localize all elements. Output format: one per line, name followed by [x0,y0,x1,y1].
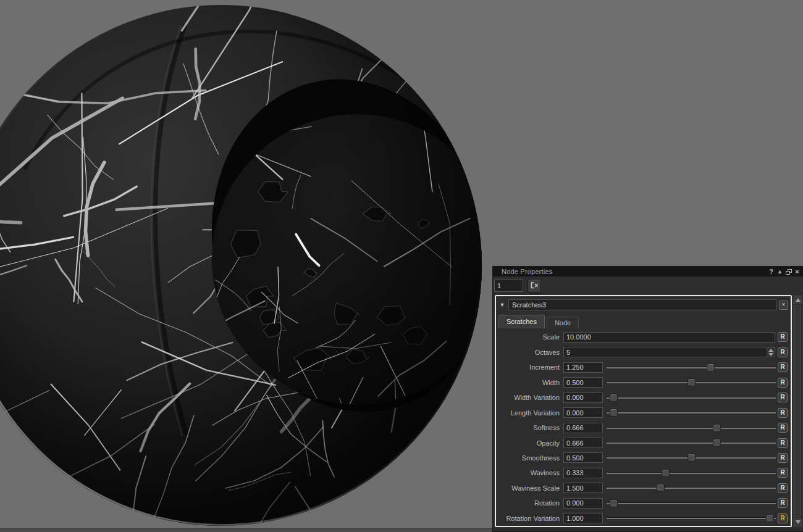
param-row: Octaves R [497,344,789,359]
param-row: Width Variation R [497,390,789,405]
slider-track[interactable] [607,473,776,474]
param-slider[interactable] [607,438,776,447]
slider-track[interactable] [607,503,776,504]
param-value-input[interactable] [563,332,775,343]
slider-handle[interactable] [657,484,665,492]
help-icon[interactable]: ? [767,268,775,276]
slider-handle[interactable] [610,394,618,402]
param-value-input[interactable] [563,407,603,418]
tab-bar: ScratchesNode [498,315,579,328]
param-label: Scale [497,333,563,341]
restore-window-icon [786,269,792,275]
slider-track[interactable] [607,488,776,489]
scrollbar-up-arrow[interactable] [794,296,802,304]
param-slider[interactable] [607,423,776,433]
param-value-input[interactable] [563,498,603,509]
param-value-input[interactable] [563,513,603,523]
param-slider[interactable] [607,393,776,402]
param-label: Softness [497,424,563,431]
slider-track[interactable] [607,443,776,444]
param-field [563,498,603,509]
collapse-triangle-icon[interactable]: ▼ [498,302,506,308]
param-slider[interactable] [607,499,776,508]
param-slider[interactable] [607,513,776,523]
reset-button[interactable]: R [778,408,788,418]
reset-button[interactable]: R [778,423,788,433]
slider-track[interactable] [607,397,776,399]
slider-handle[interactable] [662,469,670,477]
param-value-input[interactable] [563,393,603,403]
reset-button[interactable]: R [778,438,788,448]
reset-button[interactable]: R [778,513,788,523]
reset-button[interactable]: R [778,393,788,402]
close-node-button[interactable]: × [779,301,788,310]
titlebar-icons: ? ▲ × [767,268,801,276]
spinner[interactable] [767,347,775,357]
slider-handle[interactable] [687,454,696,462]
panel-scrollbar[interactable] [793,295,802,527]
slider-handle[interactable] [610,499,618,507]
slider-track[interactable] [607,412,776,414]
slider-handle[interactable] [610,409,618,417]
slider-handle[interactable] [713,439,721,447]
param-label: Rotation [497,499,563,507]
param-value-input[interactable] [563,452,603,463]
param-slider[interactable] [607,483,776,493]
slider-handle[interactable] [766,514,774,522]
param-field [563,483,603,493]
param-slider[interactable] [607,408,776,417]
param-row: Width R [497,375,789,389]
param-slider[interactable] [607,468,776,478]
slider-track[interactable] [607,367,776,368]
panel-count-input[interactable] [494,280,523,292]
param-value-input[interactable] [563,347,775,357]
slider-handle[interactable] [687,378,696,386]
clear-panels-button[interactable] [528,279,541,293]
param-field [563,362,603,373]
rollup-icon[interactable]: ▲ [776,268,784,276]
close-panel-icon[interactable]: × [793,268,801,276]
param-label: Opacity [497,439,563,447]
param-value-input[interactable] [563,483,603,493]
param-slider[interactable] [607,363,776,372]
reset-button[interactable]: R [778,378,788,388]
slider-handle[interactable] [713,424,721,432]
node-name-input[interactable] [508,299,776,310]
param-value-input[interactable] [563,377,603,388]
scrollbar-thumb[interactable] [794,305,801,517]
param-field [563,468,603,478]
reset-button[interactable]: R [778,362,788,372]
param-label: Octaves [497,349,563,356]
reset-button[interactable]: R [778,498,788,508]
slider-track[interactable] [607,518,776,519]
param-slider[interactable] [607,453,776,462]
param-field [563,452,603,463]
panel-titlebar[interactable]: Node Properties ? ▲ × [493,267,803,276]
spinner-down-icon[interactable] [768,353,773,356]
tab-node[interactable]: Node [547,317,579,328]
material-preview-viewport[interactable] [0,0,494,532]
slider-handle[interactable] [707,364,715,372]
application-window: Node Properties ? ▲ × ▼ [0,0,803,532]
tab-scratches[interactable]: Scratches [498,315,545,328]
param-field [563,377,603,388]
reset-button[interactable]: R [778,483,788,493]
param-value-input[interactable] [563,438,603,448]
reset-button[interactable]: R [778,332,788,342]
param-field [563,407,603,418]
param-slider[interactable] [607,378,776,387]
param-label: Length Variation [497,409,563,417]
param-value-input[interactable] [563,468,603,478]
float-panel-icon[interactable] [784,268,792,276]
param-value-input[interactable] [563,423,603,433]
param-row: Rotation Variation R [497,511,789,526]
reset-button[interactable]: R [778,347,788,357]
spinner-up-icon[interactable] [768,349,773,352]
param-row: Waviness Scale R [497,481,789,496]
reset-button[interactable]: R [778,468,788,478]
scrollbar-down-arrow[interactable] [794,518,802,526]
param-value-input[interactable] [563,362,603,373]
slider-track[interactable] [607,428,776,429]
param-row: Rotation R [497,496,789,510]
reset-button[interactable]: R [778,453,788,463]
